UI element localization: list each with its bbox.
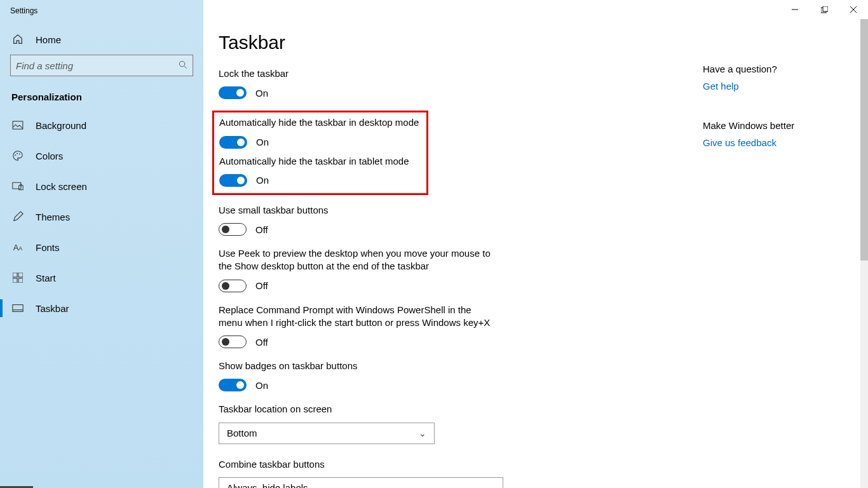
svg-point-4 [17,153,18,154]
sidebar-item-label: Fonts [36,242,60,253]
sidebar-item-taskbar[interactable]: Taskbar [0,293,203,323]
search-input[interactable] [16,60,179,71]
svg-rect-10 [13,278,17,283]
group-header: Personalization [0,83,203,110]
select-taskbar-location[interactable]: Bottom ⌄ [219,423,435,444]
sidebar-item-label: Themes [36,212,70,222]
home-icon [11,33,24,46]
sidebar: Settings Home Personalization Background… [0,0,203,488]
toggle-state: On [256,175,269,186]
sidebar-item-start[interactable]: Start [0,262,203,293]
sidebar-item-label: Taskbar [36,303,69,314]
setting-label-peek: Use Peek to preview the desktop when you… [219,247,492,273]
lock-screen-icon [11,180,24,193]
svg-rect-9 [18,273,23,277]
sidebar-item-background[interactable]: Background [0,110,203,140]
maximize-button[interactable] [810,0,839,19]
toggle-lock-taskbar[interactable] [219,86,247,99]
nav-home-label: Home [36,34,61,45]
give-feedback-link[interactable]: Give us feedback [703,137,776,148]
content-area: Taskbar Lock the taskbar On Automaticall… [203,0,703,488]
highlight-annotation: Automatically hide the taskbar in deskto… [212,111,428,195]
toggle-peek[interactable] [219,280,247,292]
page-title: Taskbar [219,32,688,53]
toggle-state: Off [255,337,268,348]
select-combine-buttons[interactable]: Always, hide labels ⌄ [219,477,503,488]
setting-label-combine: Combine taskbar buttons [219,458,492,471]
setting-label-powershell: Replace Command Prompt with Windows Powe… [219,304,492,330]
sidebar-item-lock-screen[interactable]: Lock screen [0,171,203,201]
sidebar-item-fonts[interactable]: AA Fonts [0,232,203,262]
sidebar-item-label: Background [36,120,86,131]
setting-label-badges: Show badges on taskbar buttons [219,360,492,372]
toggle-state: Off [255,280,268,291]
scrollbar-thumb[interactable] [860,19,868,261]
paint-icon [11,210,24,223]
sidebar-item-label: Start [36,273,56,283]
svg-point-0 [179,61,184,66]
sidebar-item-label: Lock screen [36,181,87,192]
setting-label-hide-desktop: Automatically hide the taskbar in deskto… [219,116,421,129]
toggle-hide-tablet[interactable] [219,174,247,187]
setting-label-hide-tablet: Automatically hide the taskbar in tablet… [219,155,421,168]
start-icon [11,271,24,284]
palette-icon [11,149,24,162]
image-icon [11,119,24,132]
nav-home[interactable]: Home [0,24,203,55]
get-help-link[interactable]: Get help [703,81,739,92]
toggle-small-buttons[interactable] [219,223,247,236]
setting-label-lock: Lock the taskbar [219,67,492,80]
toggle-state: On [255,380,268,391]
help-heading: Have a question? [703,64,853,74]
toggle-state: On [255,88,268,98]
svg-point-5 [19,153,20,154]
svg-rect-2 [13,121,23,129]
setting-label-small-buttons: Use small taskbar buttons [219,204,492,217]
search-box[interactable] [10,55,193,76]
svg-rect-8 [13,273,17,277]
feedback-heading: Make Windows better [703,120,853,131]
app-title: Settings [0,6,203,24]
svg-rect-12 [13,305,23,312]
svg-point-3 [15,154,17,156]
font-icon: AA [11,241,24,254]
sidebar-item-colors[interactable]: Colors [0,140,203,171]
right-pane: Have a question? Get help Make Windows b… [703,0,868,488]
select-value: Always, hide labels [227,482,308,488]
sidebar-item-label: Colors [36,151,63,161]
toggle-powershell[interactable] [219,336,247,348]
svg-rect-11 [18,278,23,283]
toggle-hide-desktop[interactable] [219,136,247,149]
toggle-badges[interactable] [219,379,247,391]
window-controls [780,0,868,19]
select-value: Bottom [227,428,257,438]
setting-label-location: Taskbar location on screen [219,403,492,416]
chevron-down-icon: ⌄ [487,483,495,488]
taskbar-icon [11,302,24,315]
toggle-state: Off [255,224,268,235]
close-button[interactable] [839,0,868,19]
svg-rect-16 [823,6,828,11]
minimize-button[interactable] [780,0,810,19]
svg-line-1 [184,66,187,69]
toggle-state: On [256,137,269,147]
sidebar-item-themes[interactable]: Themes [0,201,203,232]
chevron-down-icon: ⌄ [419,428,426,438]
search-icon [179,60,187,71]
